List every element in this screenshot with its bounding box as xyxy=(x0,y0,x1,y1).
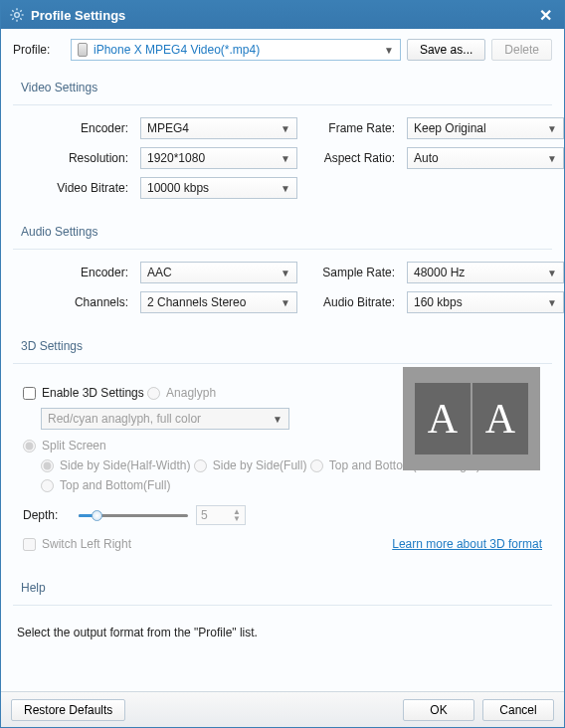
chevron-down-icon: ▼ xyxy=(547,123,557,134)
split-screen-radio-input xyxy=(23,440,36,453)
switch-lr-input xyxy=(23,538,36,551)
anaglyph-radio: Anaglyph xyxy=(147,386,216,400)
depth-label: Depth: xyxy=(23,508,71,522)
aspect-select[interactable]: Auto▼ xyxy=(407,147,564,169)
chevron-down-icon: ▼ xyxy=(384,45,394,56)
channels-label: Channels: xyxy=(19,295,130,309)
svg-line-5 xyxy=(12,10,13,11)
restore-defaults-button[interactable]: Restore Defaults xyxy=(11,699,125,721)
video-settings-grid: Encoder: MPEG4▼ Frame Rate: Keep Origina… xyxy=(13,117,552,205)
chevron-down-icon: ▼ xyxy=(547,297,557,308)
preview-letter-left: A xyxy=(415,383,471,455)
split-screen-radio: Split Screen xyxy=(23,439,106,453)
enable-3d-checkbox[interactable]: Enable 3D Settings xyxy=(23,386,144,400)
switch-lr-label: Switch Left Right xyxy=(42,537,131,551)
learn-more-link[interactable]: Learn more about 3D format xyxy=(392,537,542,551)
anaglyph-radio-input xyxy=(147,387,160,400)
switch-row: Switch Left Right Learn more about 3D fo… xyxy=(23,533,542,555)
chevron-down-icon: ▼ xyxy=(547,153,557,164)
audio-bitrate-label: Audio Bitrate: xyxy=(307,295,397,309)
depth-slider[interactable] xyxy=(79,509,188,521)
split-opt1: Side by Side(Half-Width) xyxy=(41,458,190,472)
samplerate-label: Sample Rate: xyxy=(307,266,397,279)
chevron-down-icon: ▼ xyxy=(281,268,290,278)
audio-bitrate-select[interactable]: 160 kbps▼ xyxy=(407,291,564,313)
svg-line-6 xyxy=(20,18,21,19)
chevron-down-icon: ▼ xyxy=(281,153,290,164)
chevron-down-icon: ▼ xyxy=(281,183,290,194)
chevron-down-icon: ▼ xyxy=(281,297,290,308)
depth-spinner: 5 ▲▼ xyxy=(196,505,246,525)
spinner-arrows-icon: ▲▼ xyxy=(233,508,241,522)
framerate-label: Frame Rate: xyxy=(307,121,397,135)
samplerate-select[interactable]: 48000 Hz▼ xyxy=(407,262,564,283)
split-opt2: Side by Side(Full) xyxy=(194,458,307,472)
video-encoder-select[interactable]: MPEG4▼ xyxy=(140,117,297,139)
enable-3d-label: Enable 3D Settings xyxy=(42,386,144,400)
resolution-label: Resolution: xyxy=(19,151,130,165)
enable-3d-input[interactable] xyxy=(23,387,36,400)
threeD-section-title: 3D Settings xyxy=(21,339,83,353)
svg-line-8 xyxy=(20,10,21,11)
split-opt4: Top and Bottom(Full) xyxy=(41,478,170,492)
split-screen-label: Split Screen xyxy=(42,439,106,453)
help-title: Help xyxy=(21,581,46,595)
profile-settings-window: Profile Settings ✕ Profile: iPhone X MPE… xyxy=(0,0,565,728)
profile-select[interactable]: iPhone X MPEG4 Video(*.mp4) ▼ xyxy=(71,39,401,61)
video-bitrate-select[interactable]: 10000 kbps▼ xyxy=(140,177,297,199)
video-encoder-label: Encoder: xyxy=(19,121,130,135)
delete-button: Delete xyxy=(491,39,552,61)
slider-thumb[interactable] xyxy=(92,510,102,521)
aspect-label: Aspect Ratio: xyxy=(307,151,397,165)
threeD-preview: A A xyxy=(403,367,540,470)
resolution-select[interactable]: 1920*1080▼ xyxy=(140,147,297,169)
anaglyph-label: Anaglyph xyxy=(166,386,216,400)
profile-value: iPhone X MPEG4 Video(*.mp4) xyxy=(94,43,260,57)
audio-section-title: Audio Settings xyxy=(21,225,97,239)
switch-left-right-checkbox: Switch Left Right xyxy=(23,537,131,551)
ok-button[interactable]: OK xyxy=(403,699,474,721)
save-as-button[interactable]: Save as... xyxy=(407,39,485,61)
anaglyph-select: Red/cyan anaglyph, full color▼ xyxy=(41,408,289,430)
audio-settings-grid: Encoder: AAC▼ Sample Rate: 48000 Hz▼ Cha… xyxy=(13,262,552,319)
window-title: Profile Settings xyxy=(31,8,125,23)
profile-row: Profile: iPhone X MPEG4 Video(*.mp4) ▼ S… xyxy=(13,39,552,61)
video-section-title: Video Settings xyxy=(21,81,97,94)
device-icon xyxy=(78,43,88,57)
chevron-down-icon: ▼ xyxy=(273,414,282,425)
depth-row: Depth: 5 ▲▼ xyxy=(23,505,542,525)
audio-encoder-label: Encoder: xyxy=(19,266,130,279)
audio-encoder-select[interactable]: AAC▼ xyxy=(140,262,297,283)
content-area: Profile: iPhone X MPEG4 Video(*.mp4) ▼ S… xyxy=(1,29,564,691)
video-bitrate-label: Video Bitrate: xyxy=(19,181,130,195)
titlebar: Profile Settings ✕ xyxy=(1,1,564,29)
profile-label: Profile: xyxy=(13,43,65,57)
close-icon[interactable]: ✕ xyxy=(535,6,556,25)
svg-line-7 xyxy=(12,18,13,19)
help-text: Select the output format from the "Profi… xyxy=(13,618,552,639)
help-section: Help Select the output format from the "… xyxy=(13,575,552,639)
svg-point-0 xyxy=(15,13,20,18)
framerate-select[interactable]: Keep Original▼ xyxy=(407,117,564,139)
footer: Restore Defaults OK Cancel xyxy=(1,691,564,727)
channels-select[interactable]: 2 Channels Stereo▼ xyxy=(140,291,297,313)
cancel-button[interactable]: Cancel xyxy=(482,699,554,721)
chevron-down-icon: ▼ xyxy=(547,268,557,278)
gear-icon xyxy=(9,7,25,23)
chevron-down-icon: ▼ xyxy=(281,123,290,134)
preview-letter-right: A xyxy=(472,383,528,455)
